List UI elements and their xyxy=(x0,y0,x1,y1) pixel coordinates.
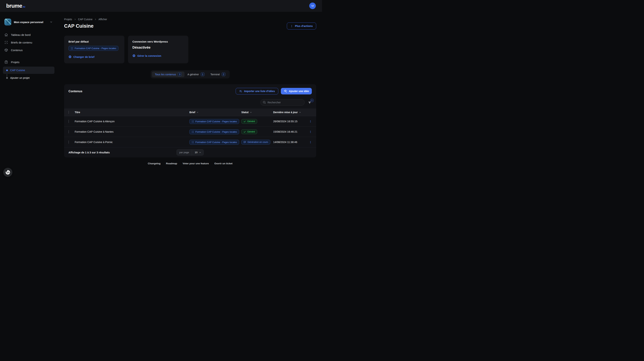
search-icon xyxy=(263,101,266,104)
project-dot-icon xyxy=(6,69,8,71)
column-brief-sort[interactable]: Brief xyxy=(190,111,241,114)
row-brief-tag[interactable]: Formation CAP Cuisine - Pages locales xyxy=(190,119,239,124)
select-all-checkbox[interactable] xyxy=(68,111,69,114)
row-menu-button[interactable] xyxy=(309,141,312,144)
row-checkbox[interactable] xyxy=(68,130,69,133)
avatar-initials: VI xyxy=(311,4,314,7)
brand-suffix: .AI xyxy=(22,5,25,8)
row-title[interactable]: Formation CAP Cuisine à Pornic xyxy=(75,141,190,144)
kebab-icon xyxy=(290,25,293,27)
workspace-label: Mon espace personnel xyxy=(14,20,47,24)
column-updated-sort[interactable]: Dernière mise à jour xyxy=(273,111,308,114)
footer-link-roadmap[interactable]: Roadmap xyxy=(166,162,177,165)
scan-dots-icon xyxy=(192,141,194,143)
pagination-bar: Affichage de 1 à 3 sur 3 résultats par p… xyxy=(64,147,316,157)
sidebar-item-label: Briefs de contenu xyxy=(11,41,32,44)
cookie-consent-button[interactable] xyxy=(3,168,12,177)
row-checkbox[interactable] xyxy=(68,120,69,123)
status-badge-generated: Généré xyxy=(241,119,257,124)
add-idea-label: Ajouter une idée xyxy=(289,90,309,93)
status-badge-generated: Généré xyxy=(241,129,257,134)
tab-label: Tous les contenus xyxy=(155,73,176,76)
sidebar-item-dashboard[interactable]: Tableau de bord xyxy=(0,31,57,38)
project-list: CAP Cuisine Ajouter un projet xyxy=(0,67,57,81)
breadcrumb-projects[interactable]: Projets xyxy=(64,18,72,21)
footer-link-open-ticket[interactable]: Ouvrir un ticket xyxy=(214,162,232,165)
layers-plus-icon xyxy=(284,89,287,93)
scan-dots-icon xyxy=(192,120,194,123)
tab-label: A générer xyxy=(188,73,199,76)
row-brief-tag[interactable]: Formation CAP Cuisine - Pages locales xyxy=(190,140,239,145)
main-content: Projets CAP Cuisine Afficher CAP Cuisine… xyxy=(57,12,322,165)
table-row: Formation CAP Cuisine à Pornic Formation… xyxy=(64,137,316,147)
breadcrumb: Projets CAP Cuisine Afficher xyxy=(64,18,316,21)
status-label: Génération en cours xyxy=(248,141,268,143)
project-dot-icon xyxy=(6,77,8,79)
manage-connection-label: Gérer la connexion xyxy=(137,54,161,57)
change-brief-label: Changer de brief xyxy=(74,55,94,58)
sidebar-item-projects[interactable]: Projets xyxy=(0,58,57,66)
row-checkbox[interactable] xyxy=(68,140,69,144)
sidebar-item-briefs[interactable]: Briefs de contenu xyxy=(0,38,57,46)
row-title[interactable]: Formation CAP Cuisine à Nantes xyxy=(75,130,190,133)
speech-bubble-icon xyxy=(244,141,246,143)
sidebar-item-label: Tableau de bord xyxy=(11,33,30,36)
search-input[interactable] xyxy=(260,99,304,105)
row-updated: 14/08/2024 11:38:46 xyxy=(273,141,308,144)
tab-to-generate[interactable]: A générer 1 xyxy=(184,71,208,77)
breadcrumb-current: Afficher xyxy=(98,18,107,21)
row-menu-button[interactable] xyxy=(309,130,312,133)
per-page-select[interactable]: par page 10 xyxy=(176,149,204,156)
filter-button[interactable]: 0 xyxy=(308,101,312,105)
contents-panel: Contenus Importer une liste d'idées Ajou… xyxy=(64,84,316,157)
footer-link-changelog[interactable]: Changelog xyxy=(148,162,161,165)
row-updated: 15/08/2024 16:46:21 xyxy=(273,130,308,133)
more-actions-label: Plus d'actions xyxy=(295,24,313,27)
card-title: Brief par défaut xyxy=(68,40,120,43)
sidebar-item-label: Contenus xyxy=(11,48,22,52)
tab-all-contents[interactable]: Tous les contenus 3 xyxy=(152,71,184,77)
cookie-icon xyxy=(5,170,10,175)
page-title: CAP Cuisine xyxy=(64,23,94,29)
footer-link-vote-feature[interactable]: Voter pour une feature xyxy=(183,162,209,165)
sidebar-project-cap-cuisine[interactable]: CAP Cuisine xyxy=(3,67,54,74)
chevron-down-icon xyxy=(299,111,301,113)
workspace-switcher[interactable]: Mon espace personnel xyxy=(4,18,53,25)
list-check-icon xyxy=(239,90,242,93)
per-page-label: par page xyxy=(177,149,192,155)
more-actions-button[interactable]: Plus d'actions xyxy=(287,22,316,29)
chevron-down-icon xyxy=(250,111,252,113)
tab-count-badge: 3 xyxy=(178,72,182,76)
breadcrumb-project-name[interactable]: CAP Cuisine xyxy=(78,18,92,21)
row-title[interactable]: Formation CAP Cuisine à Alençon xyxy=(75,120,190,123)
sidebar-add-project[interactable]: Ajouter un projet xyxy=(3,74,54,81)
column-title: Titre xyxy=(75,111,80,114)
column-status-sort[interactable]: Statut xyxy=(241,111,273,114)
row-menu-button[interactable] xyxy=(309,120,312,123)
manage-connection-link[interactable]: ⚙ Gérer la connexion xyxy=(132,54,184,57)
import-ideas-button[interactable]: Importer une liste d'idées xyxy=(236,88,278,94)
tab-done[interactable]: Terminé 2 xyxy=(208,71,228,77)
per-page-value: 10 xyxy=(195,151,198,154)
chevron-down-icon xyxy=(196,111,199,113)
home-icon xyxy=(4,33,8,36)
add-idea-button[interactable]: Ajouter une idée xyxy=(281,88,312,94)
content-filter-tabs: Tous les contenus 3 A générer 1 Terminé … xyxy=(150,70,230,78)
check-icon xyxy=(244,120,246,123)
wordpress-status: Désactivée xyxy=(132,45,184,49)
gear-icon: ⚙ xyxy=(68,55,72,59)
user-avatar[interactable]: VI xyxy=(309,2,316,9)
brand-logo[interactable]: brume.AI xyxy=(6,3,25,9)
gear-icon: ⚙ xyxy=(132,54,136,57)
brief-tag[interactable]: Formation CAP Cuisine - Pages locales xyxy=(68,46,118,51)
change-brief-link[interactable]: ⚙ Changer de brief xyxy=(68,55,120,59)
sidebar-item-contents[interactable]: Contenus xyxy=(0,46,57,54)
chevron-down-icon xyxy=(199,151,202,154)
footer-links: Changelog Roadmap Voter pour une feature… xyxy=(64,162,316,165)
row-brief-tag[interactable]: Formation CAP Cuisine - Pages locales xyxy=(190,129,239,134)
import-ideas-label: Importer une liste d'idées xyxy=(244,90,275,93)
sidebar-item-label: Projets xyxy=(11,61,20,64)
scan-dots-icon xyxy=(192,131,194,133)
filter-count-badge: 0 xyxy=(310,99,314,102)
row-brief-label: Formation CAP Cuisine - Pages locales xyxy=(196,130,237,133)
